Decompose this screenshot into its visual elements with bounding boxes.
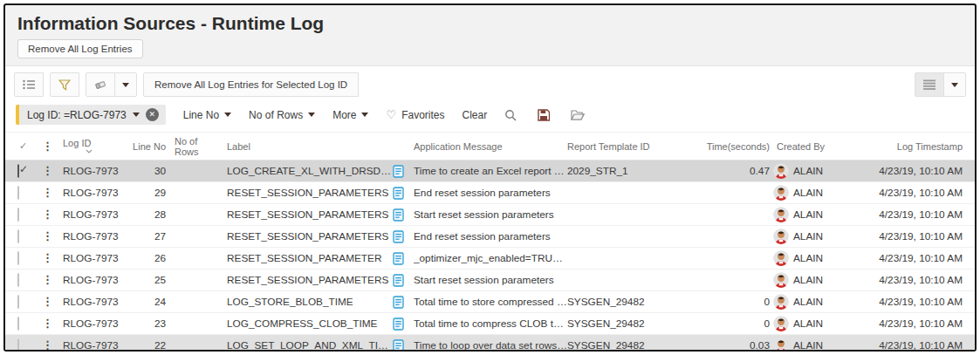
save-report-button[interactable]: [538, 109, 550, 121]
row-checkbox[interactable]: [17, 229, 19, 243]
cell-label: LOG_CREATE_XL_WITH_DRSD_TIME: [220, 165, 393, 177]
row-menu-icon[interactable]: ⋮: [42, 341, 63, 350]
row-menu-icon[interactable]: ⋮: [42, 297, 63, 306]
header-row-menu-icon[interactable]: ⋮: [42, 142, 63, 151]
remove-filter-icon[interactable]: ✕: [146, 108, 159, 121]
table-row[interactable]: ⋮ RLOG-7973 29 RESET_SESSION_PARAMETERS …: [5, 182, 975, 204]
chevron-down-icon: [122, 83, 129, 87]
cell-application-message: Total time to compress CLOB to BL...: [414, 317, 567, 330]
cell-log-timestamp: 4/23/19, 10:10 AM: [859, 274, 975, 286]
created-by-name: ALAIN: [793, 208, 823, 221]
remove-all-log-entries-button[interactable]: Remove All Log Entries: [17, 39, 143, 58]
user-avatar: [773, 250, 789, 266]
reset-report-menu-button[interactable]: [115, 72, 137, 97]
cell-line-no: 28: [127, 208, 169, 221]
message-doc-icon: [393, 296, 414, 309]
table-row[interactable]: ⋮ RLOG-7973 27 RESET_SESSION_PARAMETERS …: [5, 226, 975, 248]
app-window: Information Sources - Runtime Log Remove…: [3, 3, 977, 352]
message-doc-icon: [393, 317, 414, 331]
search-button[interactable]: [504, 109, 517, 121]
cell-line-no: 27: [127, 230, 169, 242]
table-row[interactable]: ⋮ RLOG-7973 22 LOG_SET_LOOP_AND_XML_TIME…: [5, 335, 975, 352]
cell-line-no: 29: [127, 187, 169, 199]
table-body: ⋮ RLOG-7973 30 LOG_CREATE_XL_WITH_DRSD_T…: [5, 160, 975, 352]
log-id-filter-chip[interactable]: Log ID: =RLOG-7973 ✕: [16, 105, 166, 125]
created-by-name: ALAIN: [793, 274, 823, 286]
filter-button[interactable]: [50, 72, 79, 97]
cell-label: RESET_SESSION_PARAMETERS: [220, 230, 393, 242]
created-by-name: ALAIN: [793, 230, 823, 242]
table-row[interactable]: ⋮ RLOG-7973 24 LOG_STORE_BLOB_TIME Total…: [5, 291, 975, 313]
cell-line-no: 25: [127, 274, 169, 286]
cell-application-message: End reset session parameters: [414, 230, 567, 242]
remove-selected-log-button[interactable]: Remove All Log Entries for Selected Log …: [143, 72, 359, 97]
row-menu-icon[interactable]: ⋮: [42, 232, 63, 241]
row-menu-icon[interactable]: ⋮: [42, 276, 63, 284]
column-header-created-by[interactable]: Created By: [773, 141, 859, 152]
cell-label: LOG_STORE_BLOB_TIME: [220, 296, 393, 308]
column-header-report-template-id[interactable]: Report Template ID: [567, 141, 695, 152]
user-avatar: [773, 294, 789, 310]
actions-list-button[interactable]: [14, 72, 44, 97]
row-menu-icon[interactable]: ⋮: [42, 188, 63, 197]
rows-view-icon: [923, 79, 935, 90]
message-doc-icon: [393, 274, 414, 287]
row-checkbox[interactable]: [17, 208, 19, 222]
row-menu-icon[interactable]: ⋮: [42, 210, 63, 219]
column-header-label[interactable]: Label: [220, 141, 393, 152]
select-all-check-icon[interactable]: ✓: [12, 140, 42, 152]
row-checkbox[interactable]: [17, 164, 19, 178]
eraser-icon: [94, 79, 106, 90]
clear-button[interactable]: Clear: [463, 109, 488, 121]
row-checkbox[interactable]: [17, 317, 19, 331]
message-doc-icon: [393, 187, 414, 200]
report-view-button[interactable]: [915, 72, 944, 97]
cell-application-message: Time to loop over data set rows an...: [414, 339, 567, 352]
column-header-time-seconds[interactable]: Time(seconds): [695, 141, 773, 152]
line-no-menu[interactable]: Line No: [183, 109, 231, 121]
load-report-button[interactable]: [571, 109, 585, 120]
row-menu-icon[interactable]: ⋮: [42, 254, 63, 263]
row-checkbox[interactable]: [17, 273, 19, 287]
no-of-rows-menu[interactable]: No of Rows: [249, 109, 315, 121]
chevron-down-icon: [951, 83, 958, 87]
cell-log-id: RLOG-7973: [63, 230, 127, 242]
favorites-label: Favorites: [401, 109, 444, 121]
cell-log-timestamp: 4/23/19, 10:10 AM: [859, 252, 975, 264]
line-no-menu-label: Line No: [183, 109, 219, 121]
row-checkbox[interactable]: [17, 295, 19, 309]
message-doc-icon: [393, 165, 414, 178]
cell-label: RESET_SESSION_PARAMETERS: [220, 274, 393, 286]
filter-chip-label: Log ID: =RLOG-7973: [27, 109, 127, 121]
favorites-button[interactable]: ♡ Favorites: [386, 108, 444, 121]
list-icon: [23, 79, 35, 90]
row-menu-icon[interactable]: ⋮: [42, 167, 63, 175]
row-menu-icon[interactable]: ⋮: [42, 319, 63, 328]
heart-icon: ♡: [386, 108, 396, 121]
cell-label: RESET_SESSION_PARAMETERS: [220, 208, 393, 221]
column-header-log-id[interactable]: Log ID: [63, 139, 127, 154]
cell-created-by: ALAIN: [773, 338, 859, 352]
table-row[interactable]: ⋮ RLOG-7973 30 LOG_CREATE_XL_WITH_DRSD_T…: [5, 160, 975, 182]
cell-log-id: RLOG-7973: [63, 208, 127, 221]
column-header-application-message[interactable]: Application Message: [414, 141, 567, 152]
table-row[interactable]: ⋮ RLOG-7973 23 LOG_COMPRESS_CLOB_TIME To…: [5, 313, 975, 335]
row-checkbox[interactable]: [17, 186, 19, 200]
cell-created-by: ALAIN: [773, 250, 859, 266]
row-checkbox[interactable]: [17, 251, 19, 265]
table-row[interactable]: ⋮ RLOG-7973 25 RESET_SESSION_PARAMETERS …: [5, 270, 975, 291]
cell-log-id: RLOG-7973: [63, 274, 127, 286]
cell-label: LOG_SET_LOOP_AND_XML_TIME: [220, 339, 393, 352]
toolbar: Remove All Log Entries for Selected Log …: [5, 66, 975, 101]
column-header-line-no[interactable]: Line No: [127, 141, 169, 152]
table-row[interactable]: ⋮ RLOG-7973 26 RESET_SESSION_PARAMETER _…: [5, 248, 975, 270]
more-menu[interactable]: More: [332, 109, 368, 121]
created-by-name: ALAIN: [793, 339, 823, 352]
column-header-log-timestamp[interactable]: Log Timestamp: [859, 141, 975, 152]
reset-report-button[interactable]: [86, 72, 115, 97]
row-checkbox[interactable]: [17, 338, 19, 352]
column-header-no-of-rows[interactable]: No of Rows: [169, 136, 220, 157]
view-menu-button[interactable]: [944, 72, 966, 97]
table-row[interactable]: ⋮ RLOG-7973 28 RESET_SESSION_PARAMETERS …: [5, 204, 975, 226]
table-header-row: ✓ ⋮ Log ID Line No No of Rows Label Appl…: [5, 132, 975, 160]
